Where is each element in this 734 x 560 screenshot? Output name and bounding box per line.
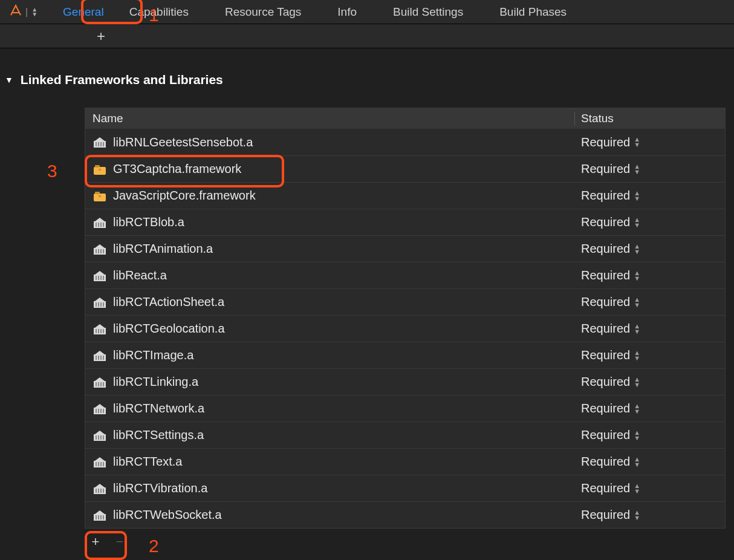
cell-status[interactable]: Required▲▼ <box>575 215 725 229</box>
table-row[interactable]: libRCTImage.aRequired▲▼ <box>85 342 725 368</box>
table-row[interactable]: libRCTSettings.aRequired▲▼ <box>85 422 725 448</box>
svg-rect-47 <box>96 409 97 413</box>
status-stepper-icon[interactable]: ▲▼ <box>634 270 640 281</box>
content-area: ▼ Linked Frameworks and Libraries Name S… <box>0 48 734 553</box>
cell-name: libRCTSettings.a <box>85 428 575 442</box>
status-stepper-icon[interactable]: ▲▼ <box>634 244 640 255</box>
cell-name: libRCTBlob.a <box>85 215 575 229</box>
add-framework-button[interactable]: + <box>85 532 106 552</box>
svg-rect-9 <box>95 192 100 194</box>
remove-framework-button[interactable]: − <box>109 532 131 552</box>
disclosure-triangle-icon[interactable]: ▼ <box>5 75 13 85</box>
table-row[interactable]: libReact.aRequired▲▼ <box>85 262 725 288</box>
cell-status[interactable]: Required▲▼ <box>575 375 725 389</box>
cell-status[interactable]: Required▲▼ <box>575 481 725 495</box>
editor-subbar: + <box>0 24 734 48</box>
table-row[interactable]: libRCTLinking.aRequired▲▼ <box>85 368 725 395</box>
table-row[interactable]: libRCTText.aRequired▲▼ <box>85 448 725 475</box>
library-icon <box>93 509 107 522</box>
status-stepper-icon[interactable]: ▲▼ <box>634 510 640 521</box>
svg-rect-5 <box>94 167 106 175</box>
svg-rect-45 <box>103 382 104 386</box>
status-value: Required <box>581 135 630 149</box>
table-row[interactable]: libRCTWebSocket.aRequired▲▼ <box>85 501 725 528</box>
target-selector[interactable]: | ▲▼ <box>10 4 37 19</box>
tab-info[interactable]: Info <box>319 0 375 24</box>
svg-rect-64 <box>100 489 102 493</box>
column-name[interactable]: Name <box>85 112 575 125</box>
column-status[interactable]: Status <box>575 112 725 125</box>
status-stepper-icon[interactable]: ▲▼ <box>634 164 640 175</box>
status-stepper-icon[interactable]: ▲▼ <box>634 350 640 361</box>
table-row[interactable]: libRCTNetwork.aRequired▲▼ <box>85 395 725 422</box>
cell-status[interactable]: Required▲▼ <box>575 162 725 176</box>
table-row[interactable]: libRCTBlob.aRequired▲▼ <box>85 209 725 235</box>
status-stepper-icon[interactable]: ▲▼ <box>634 403 640 414</box>
svg-rect-39 <box>100 356 102 360</box>
framework-name: libRCTSettings.a <box>113 428 204 442</box>
cell-status[interactable]: Required▲▼ <box>575 295 725 309</box>
status-stepper-icon[interactable]: ▲▼ <box>634 217 640 228</box>
status-stepper-icon[interactable]: ▲▼ <box>634 190 640 201</box>
tab-build-phases[interactable]: Build Phases <box>481 0 585 24</box>
svg-rect-44 <box>100 382 102 386</box>
library-icon <box>93 482 107 495</box>
svg-rect-65 <box>103 489 104 493</box>
table-row[interactable]: GT3Captcha.frameworkRequired▲▼ <box>85 155 725 182</box>
table-row[interactable]: libRCTVibration.aRequired▲▼ <box>85 475 725 501</box>
cell-status[interactable]: Required▲▼ <box>575 348 725 362</box>
cell-status[interactable]: Required▲▼ <box>575 242 725 256</box>
tab-capabilities[interactable]: Capabilities <box>111 0 207 24</box>
svg-rect-22 <box>96 276 97 280</box>
svg-rect-27 <box>96 302 97 307</box>
table-row[interactable]: libRNLGeetestSensebot.aRequired▲▼ <box>85 129 725 155</box>
cell-status[interactable]: Required▲▼ <box>575 455 725 469</box>
status-stepper-icon[interactable]: ▲▼ <box>634 430 640 441</box>
status-stepper-icon[interactable]: ▲▼ <box>634 324 640 334</box>
svg-rect-67 <box>96 515 97 519</box>
status-value: Required <box>581 162 630 176</box>
framework-name: libRCTGeolocation.a <box>113 322 225 336</box>
framework-name: libRCTAnimation.a <box>113 242 213 256</box>
cell-status[interactable]: Required▲▼ <box>575 135 725 149</box>
svg-rect-30 <box>103 302 104 307</box>
table-row[interactable]: libRCTAnimation.aRequired▲▼ <box>85 235 725 262</box>
status-stepper-icon[interactable]: ▲▼ <box>634 297 640 308</box>
cell-status[interactable]: Required▲▼ <box>575 508 725 522</box>
tab-general[interactable]: General <box>56 0 111 24</box>
status-value: Required <box>581 428 630 442</box>
status-stepper-icon[interactable]: ▲▼ <box>634 483 640 494</box>
tab-build-settings[interactable]: Build Settings <box>375 0 481 24</box>
svg-rect-13 <box>98 223 99 227</box>
section-header[interactable]: ▼ Linked Frameworks and Libraries <box>0 73 734 87</box>
status-value: Required <box>581 189 630 203</box>
svg-rect-43 <box>98 382 99 386</box>
cell-status[interactable]: Required▲▼ <box>575 428 725 442</box>
library-icon <box>93 322 107 336</box>
cell-status[interactable]: Required▲▼ <box>575 322 725 336</box>
status-stepper-icon[interactable]: ▲▼ <box>634 137 640 148</box>
status-stepper-icon[interactable]: ▲▼ <box>634 457 640 467</box>
cell-status[interactable]: Required▲▼ <box>575 402 725 415</box>
status-stepper-icon[interactable]: ▲▼ <box>634 377 640 388</box>
svg-rect-63 <box>98 489 99 493</box>
svg-rect-19 <box>100 249 102 253</box>
cell-status[interactable]: Required▲▼ <box>575 189 725 203</box>
plus-icon[interactable]: + <box>97 28 105 45</box>
status-value: Required <box>581 295 630 309</box>
svg-rect-6 <box>95 165 100 168</box>
cell-name: libRCTImage.a <box>85 348 575 362</box>
cell-name: JavaScriptCore.framework <box>85 189 575 203</box>
tab-resource-tags[interactable]: Resource Tags <box>207 0 319 24</box>
table-header: Name Status <box>85 108 725 129</box>
library-icon <box>93 296 107 309</box>
cell-status[interactable]: Required▲▼ <box>575 269 725 282</box>
table-row[interactable]: libRCTActionSheet.aRequired▲▼ <box>85 288 725 315</box>
cell-name: libRCTVibration.a <box>85 481 575 495</box>
table-row[interactable]: JavaScriptCore.frameworkRequired▲▼ <box>85 182 725 209</box>
table-row[interactable]: libRCTGeolocation.aRequired▲▼ <box>85 315 725 342</box>
status-value: Required <box>581 269 630 282</box>
svg-rect-62 <box>96 489 97 493</box>
target-stepper-icon[interactable]: ▲▼ <box>31 7 37 17</box>
status-value: Required <box>581 242 630 256</box>
